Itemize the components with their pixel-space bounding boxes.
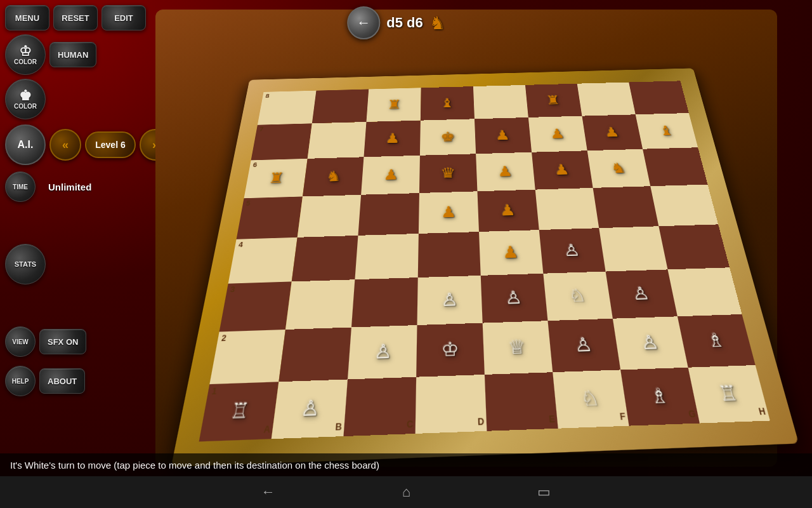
cell-F5[interactable] (535, 188, 599, 230)
cell-F6[interactable]: ♟ (532, 150, 593, 189)
cell-A2[interactable]: 2 (209, 330, 285, 384)
player1-type-button[interactable]: HUMAN (49, 42, 96, 67)
cell-G5[interactable] (593, 186, 659, 228)
about-button[interactable]: ABOUT (39, 368, 85, 394)
cell-H6[interactable] (643, 147, 707, 186)
cell-E6[interactable]: ♟ (476, 152, 535, 192)
cell-H1[interactable]: H♖ (688, 365, 770, 424)
cell-H3[interactable] (668, 267, 742, 316)
cell-H7[interactable]: ♝ (636, 113, 698, 149)
king-icon-2: ♚ (19, 89, 32, 103)
nav-recents-icon[interactable]: ▭ (537, 484, 551, 500)
cell-C6[interactable]: ♟ (361, 156, 420, 195)
time-button[interactable]: TIME (5, 171, 36, 202)
player2-color-button[interactable]: ♚ COLOR (5, 79, 46, 119)
cell-D8[interactable]: ♝ (421, 86, 475, 121)
cell-E7[interactable]: ♟ (475, 117, 532, 154)
cell-E1[interactable]: E (485, 372, 558, 431)
cell-E8[interactable] (473, 85, 528, 119)
stats-button[interactable]: STATS (5, 244, 46, 284)
cell-G8[interactable] (577, 83, 636, 116)
piece-orange-♟: ♟ (362, 167, 420, 183)
cell-A7[interactable]: 7 (251, 123, 312, 160)
cell-A1[interactable]: A1♖ (199, 382, 279, 441)
chess-border: 8♜♝♜7♟♚♟♟♟♝6♜♞♟♛♟♟♞5♟♟4♟♙3♙♙♘♙2♙♔♕♙♙♗A1♖… (171, 68, 799, 467)
android-nav-bar: ← ⌂ ▭ (0, 476, 812, 508)
view-button[interactable]: VIEW (5, 326, 36, 357)
cell-E3[interactable]: ♙ (481, 274, 548, 323)
cell-D5[interactable]: ♟ (419, 191, 479, 234)
cell-E4[interactable]: ♟ (479, 230, 543, 276)
ai-button[interactable]: A.I. (5, 124, 46, 165)
sfx-button[interactable]: SFX ON (39, 329, 86, 354)
cell-H2[interactable]: ♗ (678, 314, 756, 368)
king-icon: ♔ (19, 44, 32, 58)
cell-G4[interactable] (599, 226, 667, 271)
cell-F7[interactable]: ♟ (528, 116, 587, 152)
cell-D2[interactable]: ♔ (416, 323, 485, 377)
cell-G2[interactable]: ♙ (613, 316, 688, 370)
cell-B1[interactable]: B♙ (272, 379, 348, 439)
cell-B6[interactable]: ♞ (303, 157, 363, 196)
chess-grid[interactable]: 8♜♝♜7♟♚♟♟♟♝6♜♞♟♛♟♟♞5♟♟4♟♙3♙♙♘♙2♙♔♕♙♙♗A1♖… (199, 81, 770, 441)
piece-white-♙: ♙ (549, 334, 618, 356)
cell-B4[interactable] (292, 236, 358, 282)
cell-A8[interactable]: 8 (258, 91, 317, 125)
cell-D7[interactable]: ♚ (420, 119, 476, 155)
cell-C5[interactable] (358, 193, 419, 236)
cell-C4[interactable] (355, 234, 418, 279)
piece-white-♗: ♗ (623, 384, 696, 408)
cell-H8[interactable] (629, 81, 689, 114)
cell-D6[interactable]: ♛ (419, 154, 478, 193)
cell-H5[interactable] (650, 185, 718, 227)
cell-A4[interactable]: 4 (228, 237, 298, 284)
cell-B8[interactable] (312, 89, 369, 123)
cell-B7[interactable] (308, 122, 367, 159)
piece-orange-♝: ♝ (638, 124, 695, 138)
nav-back-icon[interactable]: ← (261, 484, 275, 500)
cell-G6[interactable]: ♞ (587, 149, 651, 188)
player1-color-button[interactable]: ♔ COLOR (5, 34, 46, 75)
cell-D1[interactable]: D (416, 375, 487, 434)
piece-orange-♟: ♟ (480, 243, 542, 262)
piece-orange-♟: ♟ (584, 125, 640, 140)
cell-C7[interactable]: ♟ (363, 121, 420, 157)
cell-F1[interactable]: F♘ (553, 370, 629, 428)
cell-F3[interactable]: ♘ (543, 272, 613, 321)
cell-F2[interactable]: ♙ (547, 319, 620, 372)
cell-E2[interactable]: ♕ (483, 321, 553, 375)
cell-D3[interactable]: ♙ (417, 276, 482, 325)
cell-A3[interactable]: 3 (219, 281, 292, 331)
reset-button[interactable]: RESET (53, 5, 98, 30)
chess-board-wrap[interactable]: 8♜♝♜7♟♚♟♟♟♝6♜♞♟♛♟♟♞5♟♟4♟♙3♙♙♘♙2♙♔♕♙♙♗A1♖… (171, 68, 799, 467)
menu-button[interactable]: MENU (5, 5, 49, 30)
cell-B5[interactable] (298, 195, 361, 237)
help-button[interactable]: HELP (5, 366, 36, 396)
cell-A6[interactable]: 6♜ (244, 159, 308, 198)
nav-home-icon[interactable]: ⌂ (402, 484, 410, 500)
piece-orange-♟: ♟ (533, 162, 591, 178)
cell-C2[interactable]: ♙ (348, 325, 417, 379)
cell-G3[interactable]: ♙ (606, 269, 678, 318)
cell-E5[interactable]: ♟ (477, 190, 539, 232)
cell-B2[interactable] (278, 328, 351, 382)
cell-H4[interactable] (658, 224, 730, 269)
cell-F4[interactable]: ♙ (539, 228, 606, 274)
cell-G1[interactable]: G♗ (620, 368, 700, 426)
cell-D4[interactable] (418, 232, 481, 277)
back-move-button[interactable]: ← (347, 6, 380, 39)
piece-white-♕: ♕ (483, 337, 551, 358)
level-prev-button[interactable]: « (49, 129, 81, 161)
piece-orange-♜: ♜ (526, 93, 580, 107)
piece-white-♘: ♘ (554, 387, 626, 410)
help-row: HELP ABOUT (5, 366, 85, 396)
cell-C8[interactable]: ♜ (366, 88, 421, 122)
cell-G7[interactable]: ♟ (582, 114, 643, 150)
cell-C3[interactable] (351, 277, 418, 327)
cell-C1[interactable]: C (343, 377, 416, 436)
cell-A5[interactable]: 5 (237, 196, 303, 239)
cell-B3[interactable] (285, 279, 355, 330)
cell-F8[interactable]: ♜ (525, 84, 582, 117)
piece-white-♙: ♙ (417, 290, 482, 310)
player2-color-label: COLOR (14, 103, 37, 110)
